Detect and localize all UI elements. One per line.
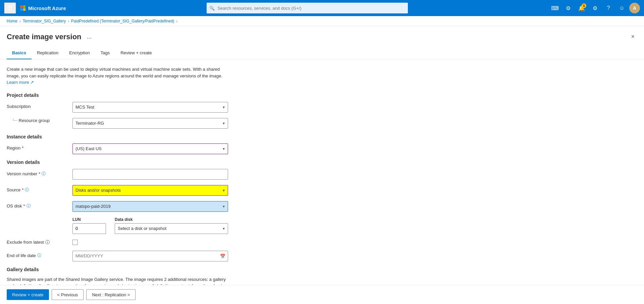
page-options-button[interactable]: ...: [85, 33, 94, 41]
resource-group-indent: └─ Resource group: [7, 118, 67, 123]
region-required-indicator: *: [22, 145, 23, 150]
resource-group-row: └─ Resource group Terminator-RG: [7, 118, 228, 129]
resource-group-label: Resource group: [19, 118, 50, 123]
end-of-life-label: End of life date ⓘ: [7, 251, 67, 258]
help-button[interactable]: ?: [602, 2, 614, 14]
review-create-button[interactable]: Review + create: [7, 289, 49, 300]
breadcrumb-home[interactable]: Home: [7, 19, 17, 23]
search-box: 🔍: [207, 3, 408, 13]
settings-button[interactable]: ⚙: [589, 2, 601, 14]
subscription-row: Subscription MCS Test: [7, 102, 228, 113]
subscription-label: Subscription: [7, 102, 67, 109]
tab-basics[interactable]: Basics: [7, 47, 32, 59]
breadcrumb-sep-1: ›: [19, 19, 21, 23]
previous-button[interactable]: < Previous: [52, 289, 84, 300]
subscription-control: MCS Test: [72, 102, 228, 113]
form-area: Create a new image that can be used to d…: [0, 59, 235, 304]
gallery-details-title: Gallery details: [7, 267, 228, 272]
page-header: Create image version ... ×: [0, 26, 644, 42]
subscription-select[interactable]: MCS Test: [72, 102, 228, 113]
lun-input[interactable]: [72, 223, 106, 234]
close-button[interactable]: ×: [628, 32, 637, 42]
cloud-shell-button[interactable]: ⌨: [549, 2, 561, 14]
data-disk-select[interactable]: Select a disk or snapshot: [115, 223, 228, 234]
portal-settings-button[interactable]: ⚙: [562, 2, 574, 14]
tab-review-create[interactable]: Review + create: [115, 47, 157, 59]
topbar-icons: ⌨ ⚙ 🔔 ⚙ ? ☺ A: [549, 2, 640, 14]
version-number-row: Version number * ⓘ: [7, 169, 228, 180]
end-of-life-input[interactable]: [72, 251, 228, 261]
exclude-info-icon[interactable]: ⓘ: [45, 239, 50, 245]
end-of-life-control: [72, 251, 228, 261]
action-bar: Review + create < Previous Next : Replic…: [0, 285, 644, 304]
data-disk-label: Data disk: [115, 217, 228, 222]
region-select[interactable]: (US) East US: [72, 143, 228, 154]
hamburger-menu-button[interactable]: ☰: [4, 2, 16, 14]
azure-logo: Microsoft Azure: [20, 5, 66, 11]
source-info-icon[interactable]: ⓘ: [25, 187, 29, 193]
main-container: Home › Terminator_SIG_Gallery › PaidPred…: [0, 16, 644, 304]
notifications-button[interactable]: 🔔: [576, 2, 588, 14]
exclude-from-latest-checkbox[interactable]: [72, 240, 78, 245]
learn-more-link[interactable]: Learn more ↗: [7, 80, 34, 85]
source-required-indicator: *: [22, 187, 23, 192]
version-info-icon[interactable]: ⓘ: [42, 171, 46, 177]
exclude-from-latest-row: Exclude from latest ⓘ: [7, 239, 228, 245]
version-required-indicator: *: [39, 171, 40, 176]
breadcrumb-sep-2: ›: [68, 19, 69, 23]
os-disk-select[interactable]: matspo-paid-2019: [72, 201, 228, 212]
azure-logo-text: Microsoft Azure: [28, 5, 66, 11]
lun-data-disk-row: LUN Data disk Select a disk or snapshot: [72, 217, 228, 234]
search-icon: 🔍: [209, 6, 215, 11]
source-select[interactable]: Disks and/or snapshots: [72, 185, 228, 196]
os-disk-info-icon[interactable]: ⓘ: [26, 203, 31, 209]
user-avatar[interactable]: A: [629, 3, 640, 13]
lun-label: LUN: [72, 217, 109, 222]
region-row: Region * (US) East US: [7, 143, 228, 154]
lun-group: LUN: [72, 217, 109, 234]
os-disk-required-indicator: *: [23, 203, 25, 208]
breadcrumb-gallery[interactable]: Terminator_SIG_Gallery: [23, 19, 66, 23]
os-disk-row: OS disk * ⓘ matspo-paid-2019: [7, 201, 228, 212]
os-disk-control: matspo-paid-2019: [72, 201, 228, 212]
version-number-control: [72, 169, 228, 180]
resource-group-label-wrap: └─ Resource group: [7, 118, 67, 123]
resource-group-select[interactable]: Terminator-RG: [72, 118, 228, 129]
tabs-container: Basics Replication Encryption Tags Revie…: [0, 47, 644, 59]
breadcrumb-sep-3: ›: [176, 19, 178, 23]
page-title: Create image version: [7, 33, 82, 41]
end-of-life-info-icon[interactable]: ⓘ: [37, 253, 41, 258]
version-number-input[interactable]: [72, 169, 228, 180]
breadcrumb: Home › Terminator_SIG_Gallery › PaidPred…: [0, 16, 644, 26]
search-input[interactable]: [207, 3, 408, 13]
feedback-button[interactable]: ☺: [616, 2, 628, 14]
region-label: Region *: [7, 143, 67, 150]
tab-replication[interactable]: Replication: [32, 47, 64, 59]
resource-group-line-icon: └─: [12, 118, 17, 122]
region-control: (US) East US: [72, 143, 228, 154]
source-control: Disks and/or snapshots: [72, 185, 228, 196]
source-label: Source * ⓘ: [7, 185, 67, 193]
source-row: Source * ⓘ Disks and/or snapshots: [7, 185, 228, 196]
breadcrumb-definition[interactable]: PaidPredefined (Terminator_SIG_Gallery/P…: [71, 19, 174, 23]
tab-tags[interactable]: Tags: [95, 47, 115, 59]
exclude-from-latest-label: Exclude from latest ⓘ: [7, 239, 67, 245]
version-details-title: Version details: [7, 160, 228, 165]
next-replication-button[interactable]: Next : Replication >: [86, 289, 136, 300]
end-of-life-row: End of life date ⓘ: [7, 251, 228, 261]
topbar: ☰ Microsoft Azure 🔍 ⌨ ⚙ 🔔 ⚙ ? ☺ A: [0, 0, 644, 16]
version-number-label: Version number * ⓘ: [7, 169, 67, 177]
project-details-title: Project details: [7, 93, 228, 98]
data-disk-group: Data disk Select a disk or snapshot: [115, 217, 228, 234]
resource-group-control: Terminator-RG: [72, 118, 228, 129]
microsoft-logo-icon: [20, 5, 25, 11]
os-disk-label: OS disk * ⓘ: [7, 201, 67, 209]
search-container: 🔍: [70, 3, 545, 13]
form-description: Create a new image that can be used to d…: [7, 66, 228, 86]
tab-encryption[interactable]: Encryption: [64, 47, 95, 59]
instance-details-title: Instance details: [7, 134, 228, 139]
